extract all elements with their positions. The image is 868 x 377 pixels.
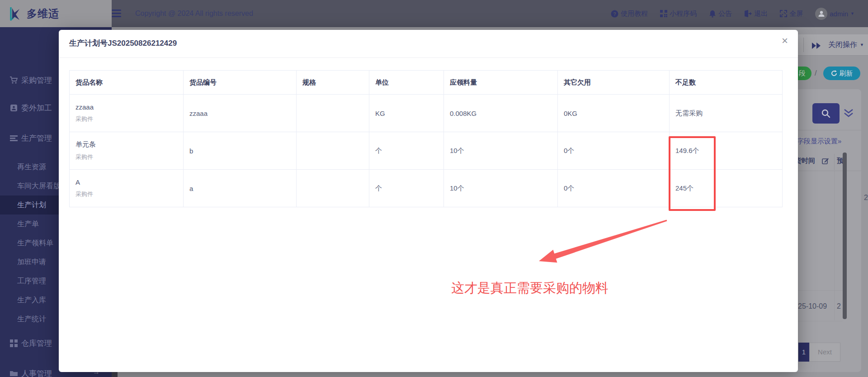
hamburger-menu-icon[interactable] [112, 10, 121, 17]
table-row: A 采购件 a 个 10个 0个 245个 [70, 170, 783, 207]
pagination-page-1[interactable]: 1 [798, 343, 809, 362]
copyright-text: Copyright @ 2024 All rights reserved [135, 0, 253, 27]
cell-unit: 个 [369, 170, 444, 207]
cell-spec [297, 132, 369, 170]
person-badge-icon [10, 104, 18, 112]
cell-code: b [184, 132, 297, 170]
cell-spec [297, 95, 369, 132]
nav-logout[interactable]: 退出 [744, 10, 768, 18]
production-plan-modal: 生产计划号JS20250826212429 × 货品名称 货品编号 规格 单位 … [59, 30, 798, 372]
chevron-down-icon: ▼ [860, 43, 864, 47]
cell-other-owed: 0KG [558, 95, 670, 132]
cell-unit: KG [369, 95, 444, 132]
cell-other-owed: 0个 [558, 170, 670, 207]
table-row: 单元条 采购件 b 个 10个 0个 149.6个 [70, 132, 783, 170]
cell-required: 10个 [444, 170, 558, 207]
col-header-name: 货品名称 [70, 71, 184, 95]
header-nav: ? 使用教程 小程序码 公告 退出 全屏 admin ▼ [611, 0, 854, 27]
logout-icon [744, 10, 752, 17]
bg-cell-partial: 2 [864, 194, 868, 202]
username: admin [830, 10, 848, 18]
refresh-button[interactable]: 刷新 [823, 67, 860, 80]
cell-unit: 个 [369, 132, 444, 170]
purchase-part-tag: 采购件 [75, 190, 183, 198]
close-icon[interactable]: × [782, 35, 788, 46]
nav-miniprogram-qr[interactable]: 小程序码 [660, 10, 697, 18]
vertical-scrollbar[interactable] [843, 153, 847, 319]
materials-table: 货品名称 货品编号 规格 单位 应领料量 其它欠用 不足数 zzaaa 采购件 … [69, 70, 783, 207]
grid-icon [10, 339, 18, 347]
nav-fullscreen[interactable]: 全屏 [780, 10, 803, 18]
pagination-next-button[interactable]: Next [809, 343, 840, 362]
bg-cell-date: 25-10-09 [798, 302, 827, 310]
cell-shortage: 149.6个 [670, 132, 783, 170]
tab-separator [803, 38, 804, 52]
col-header-shortage: 不足数 [670, 71, 783, 95]
cell-spec [297, 170, 369, 207]
field-display-settings-link[interactable]: 字段显示设置» [797, 137, 841, 146]
logo-section: 多维适 [0, 0, 112, 27]
cell-name: 单元条 采购件 [70, 132, 184, 170]
cart-icon [10, 76, 18, 84]
brand-logo-icon [8, 6, 24, 21]
folder-icon [10, 370, 18, 377]
toolbar-separator: / [815, 67, 817, 80]
cell-code: a [184, 170, 297, 207]
bg-fragment [112, 372, 118, 377]
col-header-unit: 单位 [369, 71, 444, 95]
list-icon [10, 134, 18, 142]
cell-required: 10个 [444, 132, 558, 170]
modal-title: 生产计划号JS20250826212429 [69, 38, 177, 48]
col-header-required: 应领料量 [444, 71, 558, 95]
search-button[interactable] [812, 103, 840, 124]
purchase-part-tag: 采购件 [75, 153, 183, 161]
bg-column-line [834, 171, 835, 320]
fast-forward-icon[interactable] [811, 42, 821, 49]
bell-icon [709, 10, 716, 18]
cell-required: 0.008KG [444, 95, 558, 132]
person-icon [818, 10, 825, 17]
edit-pencil-icon[interactable] [822, 157, 829, 164]
nav-announcements[interactable]: 公告 [709, 10, 732, 18]
col-header-other-owed: 其它欠用 [558, 71, 670, 95]
cell-shortage: 245个 [670, 170, 783, 207]
refresh-icon [831, 70, 837, 76]
col-header-code: 货品编号 [184, 71, 297, 95]
chevron-down-icon: ▼ [850, 11, 854, 16]
top-header-bar: 多维适 Copyright @ 2024 All rights reserved… [0, 0, 868, 27]
col-header-spec: 规格 [297, 71, 369, 95]
cell-name: A 采购件 [70, 170, 184, 207]
fullscreen-icon [780, 10, 787, 17]
question-circle-icon: ? [611, 10, 618, 18]
cell-other-owed: 0个 [558, 132, 670, 170]
cell-name: zzaaa 采购件 [70, 95, 184, 132]
user-menu[interactable]: admin ▼ [815, 8, 854, 20]
close-operations-dropdown[interactable]: 关闭操作 ▼ [828, 38, 864, 52]
svg-text:?: ? [613, 11, 616, 16]
brand-logo-text: 多维适 [27, 7, 59, 21]
search-icon [821, 109, 831, 119]
nav-tutorial[interactable]: ? 使用教程 [611, 10, 648, 18]
annotation-text: 这才是真正需要采购的物料 [451, 279, 609, 297]
cell-shortage: 无需采购 [670, 95, 783, 132]
bg-cell-partial: 2 [837, 302, 841, 310]
qr-code-icon [660, 10, 667, 17]
bg-column-separator [834, 154, 835, 170]
purchase-part-tag: 采购件 [75, 115, 183, 123]
modal-title-divider [59, 57, 798, 58]
table-header-row: 货品名称 货品编号 规格 单位 应领料量 其它欠用 不足数 [70, 71, 783, 95]
table-row: zzaaa 采购件 zzaaa KG 0.008KG 0KG 无需采购 [70, 95, 783, 132]
cell-code: zzaaa [184, 95, 297, 132]
avatar [815, 8, 827, 20]
chevron-double-down-icon[interactable] [843, 109, 854, 118]
